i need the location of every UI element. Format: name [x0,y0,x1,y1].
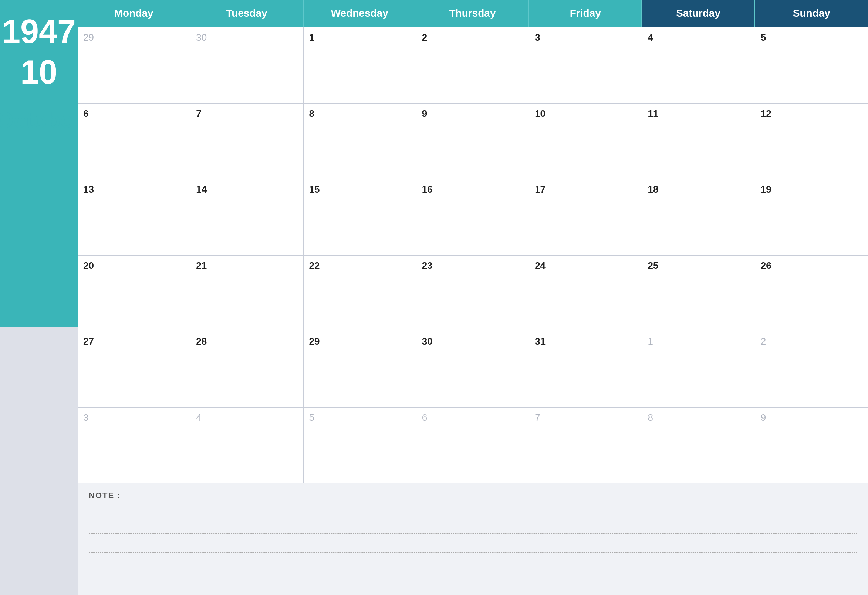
day-cell[interactable]: 20 [78,255,190,332]
day-cell[interactable]: 30 [190,27,303,103]
header-row: MondayTuesdayWednesdayThursdayFridaySatu… [78,0,868,27]
day-number: 8 [309,108,314,119]
day-number: 4 [648,32,653,43]
day-number: 4 [196,412,201,423]
day-cell[interactable]: 21 [190,255,303,332]
day-cell[interactable]: 7 [529,407,642,484]
day-cell[interactable]: 6 [78,103,190,180]
day-cell[interactable]: 29 [304,331,416,407]
weeks-container: 2930123456789101112131415161718192021222… [78,27,868,483]
week-row-5: 272829303112 [78,331,868,407]
day-number: 30 [196,32,207,43]
day-cell[interactable]: 12 [755,103,868,180]
day-cell[interactable]: 2 [416,27,529,103]
sidebar-month-number: 10 [20,56,57,89]
day-cell[interactable]: 18 [642,179,755,255]
week-row-2: 6789101112 [78,103,868,180]
header-cell-monday: Monday [78,0,190,27]
day-number: 2 [761,336,766,347]
day-cell[interactable]: 1 [304,27,416,103]
week-row-4: 20212223242526 [78,255,868,332]
day-number: 22 [309,260,320,271]
day-number: 5 [761,32,766,43]
day-number: 29 [309,336,320,347]
day-cell[interactable]: 23 [416,255,529,332]
day-number: 14 [196,184,207,195]
calendar-container: 1947 10 October MondayTuesdayWednesdayTh… [0,0,868,595]
day-number: 7 [196,108,201,119]
day-cell[interactable]: 1 [642,331,755,407]
day-number: 12 [761,108,772,119]
day-cell[interactable]: 8 [642,407,755,484]
day-number: 20 [83,260,94,271]
day-cell[interactable]: 14 [190,179,303,255]
header-cell-thursday: Thursday [416,0,529,27]
day-number: 9 [761,412,766,423]
day-number: 27 [83,336,94,347]
day-number: 10 [535,108,546,119]
day-cell[interactable]: 27 [78,331,190,407]
day-cell[interactable]: 30 [416,331,529,407]
week-row-3: 13141516171819 [78,179,868,255]
day-cell[interactable]: 4 [190,407,303,484]
day-number: 1 [309,32,314,43]
day-number: 6 [83,108,89,119]
day-cell[interactable]: 4 [642,27,755,103]
note-line-1 [89,503,857,514]
calendar-grid: MondayTuesdayWednesdayThursdayFridaySatu… [78,0,868,483]
day-number: 19 [761,184,772,195]
header-cell-saturday: Saturday [642,0,755,27]
day-number: 30 [422,336,433,347]
day-cell[interactable]: 19 [755,179,868,255]
day-cell[interactable]: 26 [755,255,868,332]
day-number: 9 [422,108,427,119]
day-number: 2 [422,32,427,43]
day-cell[interactable]: 3 [78,407,190,484]
day-cell[interactable]: 10 [529,103,642,180]
day-number: 23 [422,260,433,271]
day-cell[interactable]: 9 [755,407,868,484]
day-cell[interactable]: 24 [529,255,642,332]
day-number: 26 [761,260,772,271]
day-number: 3 [535,32,540,43]
day-cell[interactable]: 13 [78,179,190,255]
day-number: 8 [648,412,653,423]
day-number: 31 [535,336,546,347]
day-cell[interactable]: 15 [304,179,416,255]
day-number: 18 [648,184,658,195]
sidebar-month-name: October [0,107,81,133]
day-cell[interactable]: 8 [304,103,416,180]
day-cell[interactable]: 7 [190,103,303,180]
day-cell[interactable]: 22 [304,255,416,332]
day-cell[interactable]: 9 [416,103,529,180]
day-cell[interactable]: 6 [416,407,529,484]
day-cell[interactable]: 25 [642,255,755,332]
sidebar-year: 1947 [2,15,76,48]
day-number: 5 [309,412,314,423]
header-cell-tuesday: Tuesday [190,0,303,27]
header-cell-sunday: Sunday [755,0,868,27]
day-number: 3 [83,412,89,423]
day-cell[interactable]: 11 [642,103,755,180]
header-cell-friday: Friday [529,0,642,27]
day-number: 25 [648,260,658,271]
day-number: 29 [83,32,94,43]
day-cell[interactable]: 31 [529,331,642,407]
day-cell[interactable]: 16 [416,179,529,255]
day-cell[interactable]: 2 [755,331,868,407]
day-cell[interactable]: 5 [755,27,868,103]
day-number: 13 [83,184,94,195]
notes-section: NOTE : [78,483,868,595]
day-cell[interactable]: 3 [529,27,642,103]
day-cell[interactable]: 17 [529,179,642,255]
day-number: 15 [309,184,320,195]
day-number: 21 [196,260,207,271]
week-row-6: 3456789 [78,407,868,484]
day-number: 6 [422,412,427,423]
day-cell[interactable]: 5 [304,407,416,484]
header-cell-wednesday: Wednesday [304,0,416,27]
day-cell[interactable]: 29 [78,27,190,103]
week-row-1: 293012345 [78,27,868,103]
note-line-3 [89,542,857,553]
day-cell[interactable]: 28 [190,331,303,407]
